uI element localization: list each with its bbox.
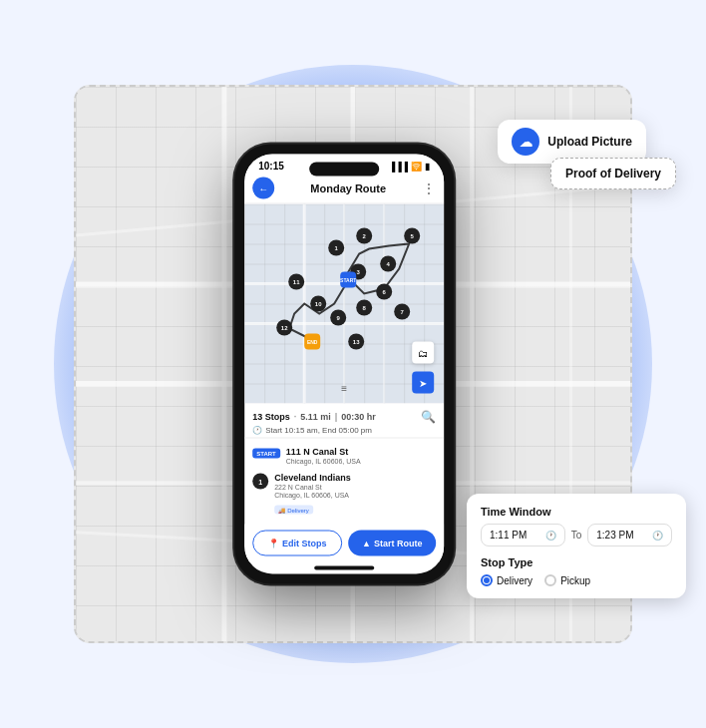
phone-screen: 10:15 ▐▐▐ 🛜 ▮ ← Monday Route ⋮: [244, 155, 444, 574]
battery-icon: ▮: [425, 161, 430, 171]
back-button[interactable]: ←: [252, 178, 274, 199]
route-stats: 13 Stops · 5.11 mi | 00:30 hr 🔍: [252, 410, 436, 424]
proof-of-delivery-popup[interactable]: Proof of Delivery: [550, 158, 676, 189]
edit-icon: 📍: [268, 539, 279, 548]
stops-count: 13 Stops: [252, 412, 290, 422]
stop-item-1[interactable]: 1 Cleveland Indians 222 N Canal St Chica…: [244, 469, 444, 521]
phone-notch: [309, 163, 379, 177]
map-marker-9: 9: [330, 310, 346, 326]
phone-map: 1 2 3 4 5 6 7 8 9 10 11 12 13 START END: [244, 204, 444, 404]
map-marker-4: 4: [380, 256, 396, 272]
phone-body: 10:15 ▐▐▐ 🛜 ▮ ← Monday Route ⋮: [234, 145, 454, 584]
stop-item-start[interactable]: START 111 N Canal St Chicago, IL 60606, …: [244, 443, 444, 469]
top-nav: ← Monday Route ⋮: [244, 174, 444, 204]
more-button[interactable]: ⋮: [422, 181, 436, 196]
map-marker-8: 8: [356, 300, 372, 316]
upload-label: Upload Picture: [547, 135, 632, 149]
delivery-option[interactable]: Delivery: [481, 574, 532, 586]
back-icon: ←: [258, 182, 268, 193]
stop-num-badge-1: 1: [252, 474, 268, 490]
map-marker-6: 6: [376, 284, 392, 300]
map-marker-5: 5: [404, 228, 420, 244]
start-route-button[interactable]: ▲ Start Route: [348, 531, 436, 556]
map-marker-10: 10: [310, 296, 326, 312]
status-icons: ▐▐▐ 🛜 ▮: [389, 161, 430, 171]
map-marker-1: 1: [328, 240, 344, 256]
map-marker-7: 7: [394, 304, 410, 320]
delivery-radio[interactable]: [481, 574, 493, 586]
clock-icon-from: 🕐: [545, 531, 556, 541]
route-time: 🕐 Start 10:15 am, End 05:00 pm: [252, 426, 436, 435]
stop-start-address: Chicago, IL 60606, USA: [286, 458, 436, 465]
stop-1-address2: Chicago, IL 60606, USA: [274, 492, 436, 499]
map-navigate-button[interactable]: ➤: [412, 372, 434, 394]
stop-list: START 111 N Canal St Chicago, IL 60606, …: [244, 439, 444, 525]
stop-1-details: Cleveland Indians 222 N Canal St Chicago…: [274, 473, 436, 517]
stop-1-address: 222 N Canal St: [274, 484, 436, 491]
route-title: Monday Route: [310, 182, 386, 194]
time-window-row: 1:11 PM 🕐 To 1:23 PM 🕐: [481, 524, 672, 546]
map-marker-start: START: [340, 272, 356, 288]
wifi-icon: 🛜: [411, 161, 422, 171]
route-duration: 00:30 hr: [341, 412, 376, 422]
stop-1-name: Cleveland Indians: [274, 473, 436, 483]
stop-type-title: Stop Type: [481, 556, 672, 568]
stop-start-details: 111 N Canal St Chicago, IL 60606, USA: [286, 447, 436, 465]
map-menu-icon[interactable]: ≡: [341, 383, 347, 394]
search-icon[interactable]: 🔍: [421, 410, 436, 424]
upload-icon: ☁: [512, 128, 539, 156]
pickup-option[interactable]: Pickup: [544, 574, 590, 586]
time-from-field[interactable]: 1:11 PM 🕐: [481, 524, 565, 546]
clock-icon: 🕐: [252, 426, 262, 435]
tag-icon: 🚚: [278, 507, 285, 514]
map-marker-2: 2: [356, 228, 372, 244]
stop-start-badge: START: [252, 449, 280, 459]
map-marker-end: END: [304, 334, 320, 350]
edit-stops-button[interactable]: 📍 Edit Stops: [252, 531, 342, 556]
phone-device: 10:15 ▐▐▐ 🛜 ▮ ← Monday Route ⋮: [234, 145, 454, 584]
bottom-buttons: 📍 Edit Stops ▲ Start Route: [244, 525, 444, 562]
stop-type-row: Delivery Pickup: [481, 574, 672, 586]
stop-start-name: 111 N Canal St: [286, 447, 436, 457]
route-distance: 5.11 mi: [300, 412, 331, 422]
time-window-popup: Time Window 1:11 PM 🕐 To 1:23 PM 🕐 Stop …: [467, 494, 686, 598]
map-layers-button[interactable]: 🗂: [412, 342, 434, 364]
clock-icon-to: 🕐: [652, 531, 663, 541]
pickup-radio[interactable]: [544, 574, 556, 586]
home-indicator: [314, 566, 374, 570]
map-marker-12: 12: [276, 320, 292, 336]
time-window-title: Time Window: [481, 506, 672, 518]
start-icon: ▲: [362, 539, 371, 548]
status-time: 10:15: [258, 161, 284, 172]
map-marker-11: 11: [288, 274, 304, 290]
time-to-label: To: [571, 530, 582, 541]
delivery-label: Proof of Delivery: [565, 167, 661, 181]
map-marker-13: 13: [348, 334, 364, 350]
signal-icon: ▐▐▐: [389, 161, 408, 171]
app-container: 10:15 ▐▐▐ 🛜 ▮ ← Monday Route ⋮: [0, 0, 706, 728]
stop-1-tag: 🚚 Delivery: [274, 506, 313, 515]
route-info: 13 Stops · 5.11 mi | 00:30 hr 🔍 🕐 Start …: [244, 404, 444, 439]
cloud-icon: ☁: [520, 135, 532, 150]
time-to-field[interactable]: 1:23 PM 🕐: [587, 524, 672, 546]
